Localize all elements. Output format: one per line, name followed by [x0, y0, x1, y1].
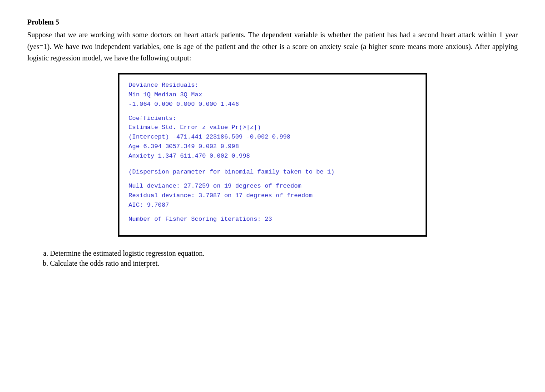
coeff-header: Coefficients:	[129, 114, 416, 124]
questions-list: Determine the estimated logistic regress…	[36, 249, 518, 268]
fisher-section: Number of Fisher Scoring iterations: 23	[129, 215, 416, 224]
questions-wrapper: Determine the estimated logistic regress…	[36, 249, 518, 268]
problem-title: Problem 5	[27, 18, 518, 26]
deviance-col-headers: Min 1Q Median 3Q Max	[129, 90, 416, 100]
problem-text: Suppose that we are working with some do…	[27, 29, 518, 64]
deviance-values: -1.064 0.000 0.000 0.000 1.446	[129, 100, 416, 109]
question-b: Calculate the odds ratio and interpret.	[50, 259, 518, 268]
output-container: Deviance Residuals: Min 1Q Median 3Q Max…	[27, 73, 518, 237]
intercept-row: (Intercept) -471.441 223186.509 -0.002 0…	[129, 133, 416, 142]
residual-deviance: Residual deviance: 3.7087 on 17 degrees …	[129, 191, 416, 201]
r-output-box: Deviance Residuals: Min 1Q Median 3Q Max…	[118, 73, 427, 237]
deviance-section: Deviance Residuals: Min 1Q Median 3Q Max…	[129, 81, 416, 109]
fisher-scoring: Number of Fisher Scoring iterations: 23	[129, 215, 416, 224]
dispersion-section: (Dispersion parameter for binomial famil…	[129, 168, 416, 177]
anxiety-row: Anxiety 1.347 611.470 0.002 0.998	[129, 152, 416, 161]
null-deviance: Null deviance: 27.7259 on 19 degrees of …	[129, 182, 416, 191]
deviance-header: Deviance Residuals:	[129, 81, 416, 90]
aic: AIC: 9.7087	[129, 201, 416, 210]
question-a: Determine the estimated logistic regress…	[50, 249, 518, 258]
dispersion-line: (Dispersion parameter for binomial famil…	[129, 168, 416, 177]
coeff-col-headers: Estimate Std. Error z value Pr(>|z|)	[129, 123, 416, 133]
coeff-section: Coefficients: Estimate Std. Error z valu…	[129, 114, 416, 162]
age-row: Age 6.394 3057.349 0.002 0.998	[129, 142, 416, 152]
deviance-stats-section: Null deviance: 27.7259 on 19 degrees of …	[129, 182, 416, 210]
